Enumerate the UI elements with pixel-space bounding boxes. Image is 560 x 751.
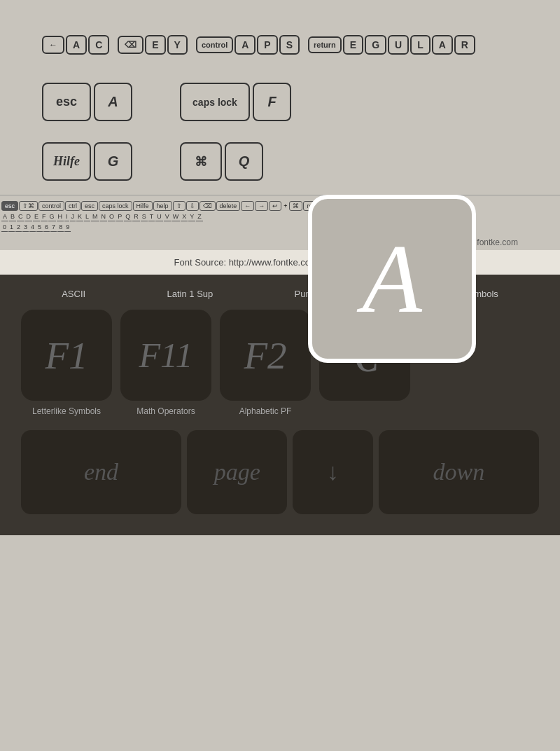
- charmap-letter-w[interactable]: W: [172, 212, 181, 221]
- charmap-letter-l[interactable]: L: [84, 212, 90, 221]
- charmap-ctrl[interactable]: ctrl: [65, 201, 80, 211]
- charmap-capslock[interactable]: caps lock: [99, 201, 132, 211]
- charmap-delete[interactable]: delete: [216, 201, 241, 211]
- big-letter: A: [362, 230, 422, 328]
- key-a: A: [66, 35, 87, 55]
- charmap-num-5[interactable]: 5: [36, 223, 43, 232]
- charmap-letter-e[interactable]: E: [33, 212, 40, 221]
- key-a-preview: A: [94, 83, 132, 121]
- charmap-esc[interactable]: esc: [1, 201, 18, 211]
- charmap-letter-f[interactable]: F: [41, 212, 48, 221]
- key-e1: E: [145, 35, 165, 55]
- glyph-label-1: Letterlike Symbols: [32, 406, 101, 416]
- charmap-letter-x[interactable]: X: [181, 212, 188, 221]
- charmap-row-1: esc ⇧⌘ control ctrl esc caps lock Hilfe …: [0, 201, 560, 211]
- charmap-hilfe[interactable]: Hilfe: [133, 201, 153, 211]
- glyph-label-3: Alphabetic PF: [239, 406, 292, 416]
- key-l: L: [410, 35, 430, 55]
- charmap-num-3[interactable]: 3: [22, 223, 29, 232]
- esc-key-preview: esc: [42, 83, 91, 121]
- top-banner: ← A C ⌫ E Y control A P S return E G U L…: [0, 0, 560, 69]
- charmap-letter-o[interactable]: O: [108, 212, 115, 221]
- charmap-num-8[interactable]: 8: [57, 223, 64, 232]
- charmap-esc2[interactable]: esc: [81, 201, 98, 211]
- charmap-letter-g[interactable]: G: [48, 212, 56, 221]
- glyph-key-f11[interactable]: F11: [120, 310, 211, 401]
- page-key[interactable]: page: [187, 430, 287, 514]
- font-source-bar: Font Source: http://www.fontke.com/font/…: [0, 250, 560, 275]
- cmd-icon-key-preview: ⌘: [180, 142, 222, 181]
- charmap-letter-m[interactable]: M: [91, 212, 99, 221]
- charmap-letter-s[interactable]: S: [141, 212, 148, 221]
- tab-ascii[interactable]: ASCII: [62, 289, 85, 299]
- charmap-letter-t[interactable]: T: [148, 212, 155, 221]
- charmap-cmd[interactable]: ⌘: [289, 201, 302, 211]
- backspace-key: ⌫: [118, 36, 144, 54]
- key-c: C: [88, 35, 109, 55]
- charmap-num-7[interactable]: 7: [50, 223, 57, 232]
- glyph-card-3: F2 Alphabetic PF: [220, 310, 311, 416]
- glyph-label-2: Math Operators: [136, 406, 195, 416]
- charmap-plus: +: [282, 202, 288, 209]
- charmap-letter-j[interactable]: J: [70, 212, 76, 221]
- charmap-num-1[interactable]: 1: [8, 223, 15, 232]
- charmap-letter-u[interactable]: U: [155, 212, 163, 221]
- glyph-card-1: F1 Letterlike Symbols: [21, 310, 112, 416]
- charmap-letter-r[interactable]: R: [132, 212, 140, 221]
- charmap-letter-d[interactable]: D: [25, 212, 33, 221]
- charmap-letter-c[interactable]: C: [17, 212, 24, 221]
- key-u: U: [388, 35, 409, 55]
- charmap-letter-k[interactable]: K: [76, 212, 83, 221]
- preview-area: esc A caps lock F Hilfe G ⌘ Q A: [0, 69, 560, 195]
- charmap-shiftcmd[interactable]: ⇧⌘: [19, 201, 38, 211]
- charmap-letter-z[interactable]: Z: [196, 212, 203, 221]
- charmap-num-9[interactable]: 9: [64, 223, 71, 232]
- key-g: G: [365, 35, 386, 55]
- charmap-letter-b[interactable]: B: [9, 212, 16, 221]
- charmap-letter-i[interactable]: I: [64, 212, 69, 221]
- arrow-left-key: ←: [42, 36, 64, 54]
- charmap-enter[interactable]: ↩: [269, 201, 281, 211]
- charmap-row-3: 0 1 2 3 4 5 6 7 8 9: [0, 223, 560, 232]
- key-r: R: [454, 35, 475, 55]
- preview-inner: esc A caps lock F Hilfe G ⌘ Q: [42, 83, 518, 181]
- down-arrow-key[interactable]: ↓: [293, 430, 373, 514]
- charmap-control[interactable]: control: [38, 201, 64, 211]
- key-a2: A: [234, 35, 255, 55]
- key-s: S: [279, 35, 300, 55]
- charmap-right[interactable]: →: [255, 201, 268, 211]
- key-group-1: ← A C: [42, 35, 109, 55]
- charmap-letter-n[interactable]: N: [100, 212, 108, 221]
- charmap-letter-a[interactable]: A: [1, 212, 8, 221]
- big-key-preview: A: [308, 195, 476, 363]
- charmap-num-0[interactable]: 0: [1, 223, 8, 232]
- glyph-key-f1[interactable]: F1: [21, 310, 112, 401]
- charmap-letter-q[interactable]: Q: [124, 212, 132, 221]
- down-key[interactable]: down: [379, 430, 539, 514]
- glyph-key-f2[interactable]: F2: [220, 310, 311, 401]
- return-key: return: [308, 36, 342, 53]
- bottom-section: ASCII Latin 1 Sup Punctuation Currency S…: [0, 275, 560, 535]
- charmap-letter-v[interactable]: V: [164, 212, 171, 221]
- tab-latin1sup[interactable]: Latin 1 Sup: [167, 289, 213, 299]
- key-a3: A: [432, 35, 453, 55]
- charmap-left[interactable]: ←: [241, 201, 254, 211]
- charmap-help[interactable]: help: [153, 201, 172, 211]
- bottom-wide-keys: end page ↓ down: [21, 430, 539, 514]
- copyright: © Design by fontke.com: [0, 235, 560, 250]
- charmap-letter-h[interactable]: H: [57, 212, 64, 221]
- charmap-num-4[interactable]: 4: [29, 223, 36, 232]
- charmap-letter-p[interactable]: P: [116, 212, 123, 221]
- charmap-letter-y[interactable]: Y: [188, 212, 195, 221]
- charmap-backspace[interactable]: ⌫: [200, 201, 216, 211]
- key-p: P: [257, 35, 277, 55]
- control-key: control: [196, 36, 233, 53]
- charmap-row-2: A B C D E F G H I J K L M N O P Q R S T …: [0, 212, 560, 221]
- charmap-up[interactable]: ⇧: [173, 201, 186, 211]
- charmap-num-2[interactable]: 2: [15, 223, 22, 232]
- key-f-preview: F: [253, 83, 291, 121]
- charmap-num-6[interactable]: 6: [43, 223, 50, 232]
- end-key[interactable]: end: [21, 430, 181, 514]
- charmap-down-arrow[interactable]: ⇩: [186, 201, 199, 211]
- hilfe-key-preview: Hilfe: [42, 142, 91, 181]
